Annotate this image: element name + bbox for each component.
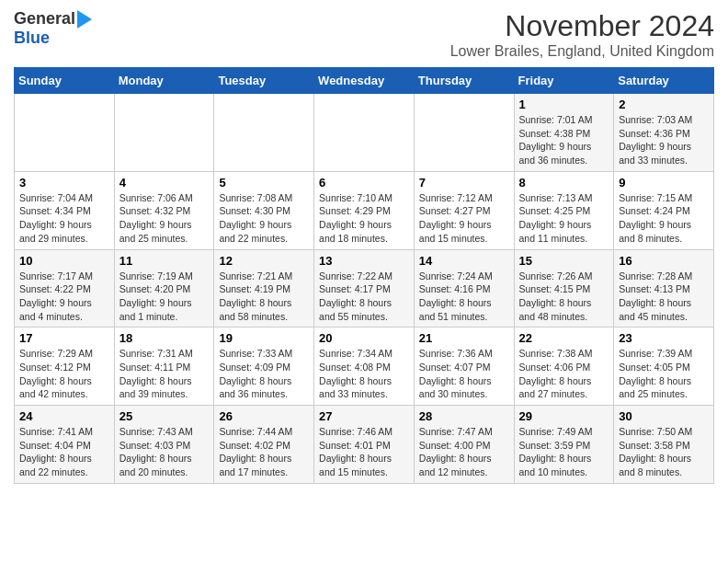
day-number: 24 xyxy=(19,409,109,423)
calendar-header: SundayMondayTuesdayWednesdayThursdayFrid… xyxy=(15,68,714,94)
day-of-week-header: Friday xyxy=(514,68,614,94)
day-number: 6 xyxy=(319,176,409,190)
logo-arrow-icon xyxy=(77,10,92,29)
calendar-cell: 13Sunrise: 7:22 AM Sunset: 4:17 PM Dayli… xyxy=(314,249,415,327)
day-info: Sunrise: 7:44 AM Sunset: 4:02 PM Dayligh… xyxy=(219,425,309,479)
calendar-cell: 30Sunrise: 7:50 AM Sunset: 3:58 PM Dayli… xyxy=(614,406,714,484)
day-info: Sunrise: 7:06 AM Sunset: 4:32 PM Dayligh… xyxy=(119,191,210,246)
day-of-week-header: Tuesday xyxy=(214,68,314,94)
day-info: Sunrise: 7:19 AM Sunset: 4:20 PM Dayligh… xyxy=(119,270,210,324)
day-number: 10 xyxy=(19,254,109,268)
day-info: Sunrise: 7:08 AM Sunset: 4:30 PM Dayligh… xyxy=(219,191,309,246)
day-number: 2 xyxy=(619,98,709,111)
day-number: 22 xyxy=(519,331,609,345)
calendar-cell: 10Sunrise: 7:17 AM Sunset: 4:22 PM Dayli… xyxy=(15,249,115,327)
day-number: 30 xyxy=(619,409,709,423)
day-number: 3 xyxy=(19,176,109,190)
calendar-week-row: 24Sunrise: 7:41 AM Sunset: 4:04 PM Dayli… xyxy=(15,406,714,484)
calendar-cell: 19Sunrise: 7:33 AM Sunset: 4:09 PM Dayli… xyxy=(214,327,314,406)
day-number: 27 xyxy=(319,409,409,423)
calendar-cell: 14Sunrise: 7:24 AM Sunset: 4:16 PM Dayli… xyxy=(414,249,514,327)
calendar-cell: 29Sunrise: 7:49 AM Sunset: 3:59 PM Dayli… xyxy=(514,406,614,484)
day-number: 15 xyxy=(519,254,609,268)
day-info: Sunrise: 7:21 AM Sunset: 4:19 PM Dayligh… xyxy=(219,270,309,324)
calendar-cell: 22Sunrise: 7:38 AM Sunset: 4:06 PM Dayli… xyxy=(514,327,614,406)
calendar-cell: 5Sunrise: 7:08 AM Sunset: 4:30 PM Daylig… xyxy=(214,171,314,249)
calendar-cell: 17Sunrise: 7:29 AM Sunset: 4:12 PM Dayli… xyxy=(15,327,115,406)
calendar-cell xyxy=(414,94,514,172)
day-info: Sunrise: 7:29 AM Sunset: 4:12 PM Dayligh… xyxy=(19,347,109,401)
day-number: 7 xyxy=(419,176,509,190)
day-info: Sunrise: 7:28 AM Sunset: 4:13 PM Dayligh… xyxy=(619,270,709,324)
calendar-cell: 28Sunrise: 7:47 AM Sunset: 4:00 PM Dayli… xyxy=(414,406,514,484)
day-info: Sunrise: 7:13 AM Sunset: 4:25 PM Dayligh… xyxy=(519,191,609,246)
day-info: Sunrise: 7:04 AM Sunset: 4:34 PM Dayligh… xyxy=(19,191,109,246)
day-info: Sunrise: 7:50 AM Sunset: 3:58 PM Dayligh… xyxy=(619,425,709,479)
day-info: Sunrise: 7:17 AM Sunset: 4:22 PM Dayligh… xyxy=(19,270,109,324)
day-info: Sunrise: 7:36 AM Sunset: 4:07 PM Dayligh… xyxy=(419,347,509,401)
day-number: 21 xyxy=(419,331,509,345)
logo: General Blue xyxy=(14,9,92,48)
calendar-cell xyxy=(214,94,314,172)
day-header-row: SundayMondayTuesdayWednesdayThursdayFrid… xyxy=(15,68,714,94)
day-info: Sunrise: 7:01 AM Sunset: 4:38 PM Dayligh… xyxy=(519,113,609,167)
day-number: 8 xyxy=(519,176,609,190)
day-number: 12 xyxy=(219,254,309,268)
logo-blue-text: Blue xyxy=(14,29,50,48)
calendar-table: SundayMondayTuesdayWednesdayThursdayFrid… xyxy=(14,67,714,484)
day-number: 20 xyxy=(319,331,409,345)
day-of-week-header: Sunday xyxy=(15,68,115,94)
logo-general-text: General xyxy=(14,9,75,29)
day-info: Sunrise: 7:26 AM Sunset: 4:15 PM Dayligh… xyxy=(519,270,609,324)
day-number: 28 xyxy=(419,409,509,423)
day-info: Sunrise: 7:34 AM Sunset: 4:08 PM Dayligh… xyxy=(319,347,409,401)
day-number: 14 xyxy=(419,254,509,268)
day-info: Sunrise: 7:22 AM Sunset: 4:17 PM Dayligh… xyxy=(319,270,409,324)
day-info: Sunrise: 7:33 AM Sunset: 4:09 PM Dayligh… xyxy=(219,347,309,401)
day-of-week-header: Wednesday xyxy=(314,68,415,94)
calendar-cell: 27Sunrise: 7:46 AM Sunset: 4:01 PM Dayli… xyxy=(314,406,415,484)
day-info: Sunrise: 7:39 AM Sunset: 4:05 PM Dayligh… xyxy=(619,347,709,401)
day-info: Sunrise: 7:10 AM Sunset: 4:29 PM Dayligh… xyxy=(319,191,409,246)
calendar-cell xyxy=(114,94,214,172)
day-number: 25 xyxy=(119,409,210,423)
header: General Blue November 2024 Lower Brailes… xyxy=(14,9,714,60)
day-info: Sunrise: 7:38 AM Sunset: 4:06 PM Dayligh… xyxy=(519,347,609,401)
day-info: Sunrise: 7:43 AM Sunset: 4:03 PM Dayligh… xyxy=(119,425,210,479)
day-info: Sunrise: 7:24 AM Sunset: 4:16 PM Dayligh… xyxy=(419,270,509,324)
day-of-week-header: Thursday xyxy=(414,68,514,94)
day-number: 5 xyxy=(219,176,309,190)
day-number: 4 xyxy=(119,176,210,190)
day-number: 18 xyxy=(119,331,210,345)
day-number: 9 xyxy=(619,176,709,190)
calendar-cell: 26Sunrise: 7:44 AM Sunset: 4:02 PM Dayli… xyxy=(214,406,314,484)
day-info: Sunrise: 7:15 AM Sunset: 4:24 PM Dayligh… xyxy=(619,191,709,246)
calendar-body: 1Sunrise: 7:01 AM Sunset: 4:38 PM Daylig… xyxy=(15,94,714,484)
calendar-cell: 1Sunrise: 7:01 AM Sunset: 4:38 PM Daylig… xyxy=(514,94,614,172)
day-info: Sunrise: 7:49 AM Sunset: 3:59 PM Dayligh… xyxy=(519,425,609,479)
calendar-cell: 16Sunrise: 7:28 AM Sunset: 4:13 PM Dayli… xyxy=(614,249,714,327)
calendar-week-row: 17Sunrise: 7:29 AM Sunset: 4:12 PM Dayli… xyxy=(15,327,714,406)
calendar-cell: 23Sunrise: 7:39 AM Sunset: 4:05 PM Dayli… xyxy=(614,327,714,406)
day-info: Sunrise: 7:03 AM Sunset: 4:36 PM Dayligh… xyxy=(619,113,709,167)
month-title: November 2024 xyxy=(450,9,714,43)
day-number: 29 xyxy=(519,409,609,423)
calendar-cell: 12Sunrise: 7:21 AM Sunset: 4:19 PM Dayli… xyxy=(214,249,314,327)
day-info: Sunrise: 7:12 AM Sunset: 4:27 PM Dayligh… xyxy=(419,191,509,246)
day-number: 1 xyxy=(519,98,609,111)
day-info: Sunrise: 7:31 AM Sunset: 4:11 PM Dayligh… xyxy=(119,347,210,401)
title-section: November 2024 Lower Brailes, England, Un… xyxy=(450,9,714,60)
day-of-week-header: Monday xyxy=(114,68,214,94)
day-info: Sunrise: 7:47 AM Sunset: 4:00 PM Dayligh… xyxy=(419,425,509,479)
day-number: 26 xyxy=(219,409,309,423)
day-of-week-header: Saturday xyxy=(614,68,714,94)
calendar-cell: 7Sunrise: 7:12 AM Sunset: 4:27 PM Daylig… xyxy=(414,171,514,249)
day-number: 13 xyxy=(319,254,409,268)
day-number: 19 xyxy=(219,331,309,345)
calendar-cell xyxy=(314,94,415,172)
calendar-cell: 9Sunrise: 7:15 AM Sunset: 4:24 PM Daylig… xyxy=(614,171,714,249)
day-number: 23 xyxy=(619,331,709,345)
calendar-cell: 25Sunrise: 7:43 AM Sunset: 4:03 PM Dayli… xyxy=(114,406,214,484)
calendar-cell: 4Sunrise: 7:06 AM Sunset: 4:32 PM Daylig… xyxy=(114,171,214,249)
calendar-week-row: 3Sunrise: 7:04 AM Sunset: 4:34 PM Daylig… xyxy=(15,171,714,249)
